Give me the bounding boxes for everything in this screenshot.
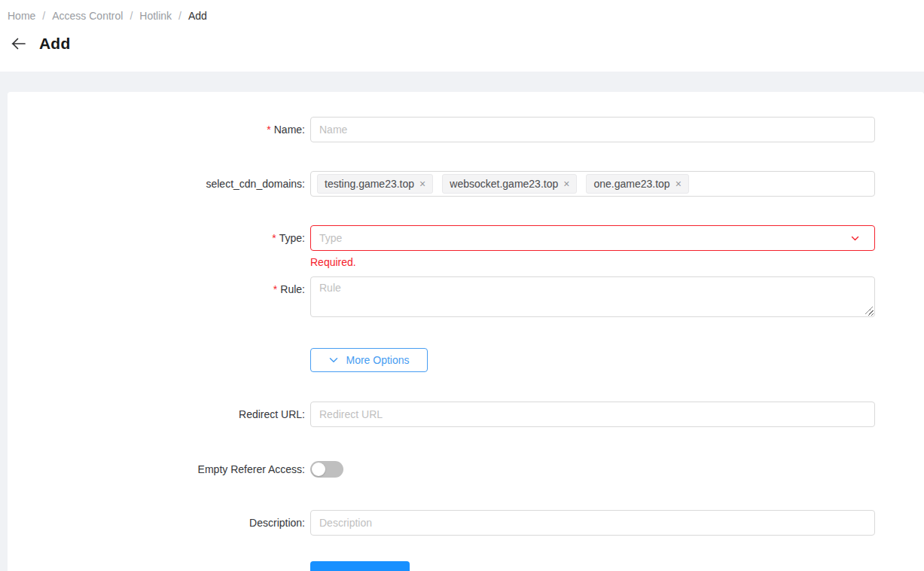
domain-tag-text: testing.game23.top (325, 178, 414, 190)
cdn-domains-label: select_cdn_domains: (8, 171, 305, 197)
rule-textarea[interactable] (310, 276, 875, 317)
cdn-domains-select[interactable]: testing.game23.top × websocket.game23.to… (310, 171, 875, 197)
back-button[interactable] (9, 35, 27, 53)
domain-tag-text: one.game23.top (593, 178, 669, 190)
form-row-redirect-url: Redirect URL: (8, 402, 924, 427)
type-label-text: Type (279, 232, 302, 244)
breadcrumb-separator: / (42, 10, 45, 22)
label-colon: : (302, 124, 305, 136)
required-asterisk: * (272, 232, 276, 244)
empty-referer-label-text: Empty Referer Access (198, 463, 303, 475)
label-colon: : (302, 463, 305, 475)
more-options-button[interactable]: More Options (310, 348, 428, 372)
description-label: Description: (8, 510, 305, 536)
empty-referer-label: Empty Referer Access: (8, 458, 305, 481)
name-label-text: Name (274, 124, 302, 136)
breadcrumb-hotlink[interactable]: Hotlink (139, 10, 172, 22)
required-asterisk: * (273, 283, 277, 295)
breadcrumb-add: Add (188, 10, 207, 22)
form-row-submit (8, 561, 924, 571)
page-title: Add (39, 35, 70, 53)
page-content: *Name: select_cdn_domains: testing.game2… (0, 72, 924, 571)
label-colon: : (302, 178, 305, 190)
submit-button[interactable] (310, 561, 410, 571)
form-row-name: *Name: (8, 117, 924, 142)
rule-label: *Rule: (8, 276, 305, 302)
label-colon: : (302, 517, 305, 529)
redirect-url-input[interactable] (310, 402, 875, 427)
name-label: *Name: (8, 117, 305, 142)
form-row-more-options: More Options (8, 348, 924, 372)
close-icon[interactable]: × (419, 179, 425, 189)
domain-tag: one.game23.top × (586, 174, 688, 194)
required-asterisk: * (267, 124, 270, 136)
breadcrumb-access-control[interactable]: Access Control (52, 10, 123, 22)
form-row-rule: *Rule: (8, 276, 924, 317)
page-header: Home / Access Control / Hotlink / Add Ad… (0, 0, 924, 72)
empty-referer-toggle[interactable] (310, 461, 343, 478)
breadcrumb-separator: / (178, 10, 181, 22)
form-row-type: *Type: Type Required. (8, 225, 924, 268)
breadcrumb: Home / Access Control / Hotlink / Add (8, 10, 207, 22)
type-select-placeholder: Type (319, 232, 850, 244)
redirect-url-label-text: Redirect URL (239, 408, 302, 420)
type-error-message: Required. (310, 256, 875, 268)
type-label: *Type: (8, 225, 305, 251)
more-options-label: More Options (346, 354, 409, 366)
breadcrumb-home[interactable]: Home (8, 10, 35, 22)
label-colon: : (302, 408, 305, 420)
breadcrumb-separator: / (130, 10, 133, 22)
arrow-left-icon (11, 38, 26, 50)
rule-label-text: Rule (280, 283, 302, 295)
close-icon[interactable]: × (675, 179, 682, 189)
name-input[interactable] (310, 117, 875, 142)
chevron-down-icon (328, 355, 339, 365)
toggle-knob (312, 463, 325, 476)
redirect-url-label: Redirect URL: (8, 402, 305, 427)
form-row-description: Description: (8, 510, 924, 536)
domain-tag: testing.game23.top × (317, 174, 433, 194)
type-select[interactable]: Type (310, 225, 875, 251)
description-label-text: Description (249, 517, 302, 529)
form-card: *Name: select_cdn_domains: testing.game2… (8, 92, 924, 571)
label-colon: : (302, 283, 305, 295)
close-icon[interactable]: × (563, 179, 569, 189)
chevron-down-icon (850, 234, 860, 243)
cdn-domains-label-text: select_cdn_domains (206, 178, 302, 190)
description-input[interactable] (310, 510, 875, 536)
domain-tag: websocket.game23.top × (442, 174, 577, 194)
domain-tag-text: websocket.game23.top (450, 178, 558, 190)
label-colon: : (302, 232, 305, 244)
form-row-cdn-domains: select_cdn_domains: testing.game23.top ×… (8, 171, 924, 197)
form-row-empty-referer: Empty Referer Access: (8, 458, 924, 481)
